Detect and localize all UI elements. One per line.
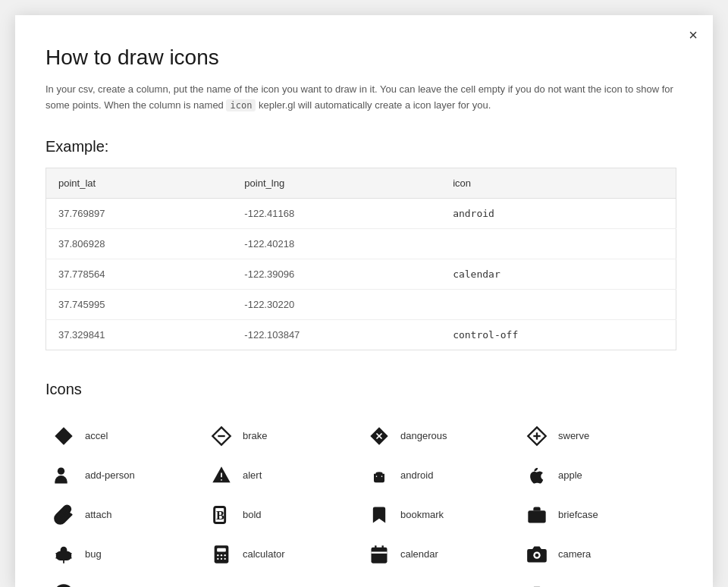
icons-grid: accelbrakedangerousswerveadd-personalert… (46, 416, 676, 587)
cell-icon: android (441, 198, 676, 228)
icon-item: calendar (361, 535, 519, 574)
svg-point-28 (221, 554, 222, 556)
icon-item: alert (203, 456, 361, 495)
icon-item: cancel (46, 574, 203, 587)
svg-point-32 (224, 557, 226, 559)
icon-label: android (400, 469, 433, 481)
svg-rect-26 (217, 548, 226, 551)
calculator-icon (209, 542, 234, 567)
dangerous-icon (367, 424, 391, 448)
example-title: Example: (46, 138, 676, 155)
icon-item: brake (203, 416, 361, 456)
svg-rect-19 (528, 510, 545, 523)
icon-item: swerve (519, 416, 676, 456)
cell-lat: 37.329841 (46, 319, 233, 350)
brake-icon (209, 424, 234, 448)
cell-lat: 37.778564 (46, 259, 233, 289)
icon-item: dangerous (361, 416, 519, 456)
svg-point-27 (217, 554, 218, 556)
bookmark-icon (367, 503, 391, 527)
icon-label: swerve (558, 430, 589, 441)
icon-item: attach (46, 495, 203, 535)
example-table: point_lat point_lng icon 37.769897 -122.… (46, 168, 676, 350)
bold-icon: B (209, 503, 234, 527)
svg-point-29 (224, 554, 226, 556)
cell-lng: -122.103847 (232, 319, 441, 350)
icon-label: calculator (243, 548, 285, 560)
description-text: In your csv, create a column, put the na… (46, 82, 676, 114)
bug-icon (52, 542, 76, 567)
icon-item: car-taxi (519, 574, 676, 587)
icon-label: attach (85, 509, 111, 520)
car-suv-icon (367, 582, 391, 587)
icon-label: apple (558, 469, 582, 481)
icon-label: bug (85, 548, 102, 560)
icon-label: brake (243, 430, 268, 441)
svg-point-30 (217, 557, 218, 559)
cell-icon: calendar (441, 259, 676, 289)
icon-item: car-suv (361, 574, 519, 587)
svg-rect-33 (372, 547, 388, 563)
cell-icon: control-off (441, 319, 676, 350)
col-header-lat: point_lat (46, 168, 233, 198)
svg-point-38 (535, 553, 539, 557)
apple-icon (525, 463, 549, 488)
swerve-icon (525, 424, 549, 448)
table-row: 37.745995 -122.30220 (46, 289, 676, 319)
camera-icon (525, 542, 549, 567)
svg-point-9 (221, 479, 222, 480)
icon-item: android (361, 456, 519, 495)
accel-icon (52, 424, 76, 448)
icon-label: dangerous (400, 430, 447, 441)
icon-item: Bbold (203, 495, 361, 535)
col-header-icon: icon (441, 168, 676, 198)
icon-item: car-black (203, 574, 361, 587)
icon-label: bookmark (400, 509, 444, 520)
icon-label: alert (243, 469, 262, 481)
icon-label: camera (558, 548, 591, 560)
cell-icon (441, 289, 676, 319)
icon-label: add-person (85, 469, 135, 481)
cell-lng: -122.39096 (232, 259, 441, 289)
table-row: 37.329841 -122.103847 control-off (46, 319, 676, 350)
calendar-icon (367, 542, 391, 567)
svg-point-5 (58, 467, 64, 474)
icon-item: briefcase (519, 495, 676, 535)
cell-icon (441, 228, 676, 259)
svg-point-13 (376, 476, 378, 477)
icon-item: accel (46, 416, 203, 456)
attach-icon (52, 503, 76, 527)
icon-item: bookmark (361, 495, 519, 535)
android-icon (367, 463, 391, 488)
cancel-icon (52, 582, 76, 587)
icon-label: calendar (400, 548, 438, 560)
svg-line-12 (383, 468, 384, 469)
cell-lng: -122.41168 (232, 198, 441, 228)
icon-item: calculator (203, 535, 361, 574)
alert-icon (209, 463, 234, 488)
table-row: 37.806928 -122.40218 (46, 228, 676, 259)
modal-container: × How to draw icons In your csv, create … (15, 15, 713, 587)
briefcase-icon (525, 503, 549, 527)
car-black-icon (209, 582, 234, 587)
add-person-icon (52, 463, 76, 488)
icon-label: accel (85, 430, 108, 441)
icons-title: Icons (46, 381, 676, 398)
table-row: 37.778564 -122.39096 calendar (46, 259, 676, 289)
svg-line-11 (374, 468, 375, 469)
icon-label: bold (243, 509, 262, 520)
svg-text:B: B (216, 507, 224, 522)
svg-rect-10 (375, 472, 382, 476)
icon-item: bug (46, 535, 203, 574)
modal-title: How to draw icons (46, 46, 676, 70)
icon-item: add-person (46, 456, 203, 495)
close-button[interactable]: × (689, 27, 698, 42)
col-header-lng: point_lng (232, 168, 441, 198)
table-row: 37.769897 -122.41168 android (46, 198, 676, 228)
icon-item: camera (519, 535, 676, 574)
cell-lng: -122.40218 (232, 228, 441, 259)
cell-lat: 37.769897 (46, 198, 233, 228)
cell-lng: -122.30220 (232, 289, 441, 319)
cell-lat: 37.806928 (46, 228, 233, 259)
icon-item: apple (519, 456, 676, 495)
